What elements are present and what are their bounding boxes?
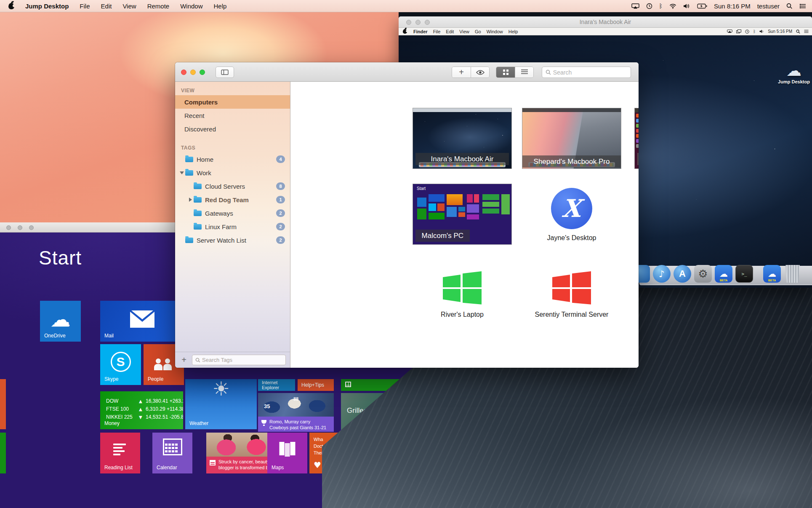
menu-window[interactable]: Window [180, 3, 202, 10]
jump-desktop-app-icon[interactable]: ☁ Jump Desktop [777, 62, 811, 84]
sidebar-tag-server-watch-list[interactable]: Server Watch List 2 [175, 233, 290, 247]
menu-finder[interactable]: Finder [413, 29, 428, 34]
menubar-user[interactable]: testuser [757, 3, 780, 10]
jump-desktop-beta-icon[interactable]: ☁BETA [715, 265, 732, 283]
sidebar-item-recent[interactable]: Recent [175, 109, 290, 122]
add-computer-button[interactable]: + [452, 67, 471, 78]
computer-rivers-laptop[interactable]: River's Laptop [413, 260, 512, 324]
chevron-down-icon[interactable] [178, 171, 185, 174]
wifi-icon[interactable] [669, 3, 676, 9]
computer-inaras-macbook-air[interactable]: Inara's Macbook Air [413, 108, 512, 171]
computer-kaylees-ubuntu-ssh[interactable]: ubuntu Kaylee's Ubuntu (SSH) [634, 108, 639, 171]
tile-mail[interactable]: Mail [100, 301, 184, 342]
menu-help[interactable]: Help [214, 3, 227, 10]
apple-icon[interactable] [8, 3, 14, 9]
sidebar-tag-cloud-servers[interactable]: Cloud Servers 8 [175, 179, 290, 193]
remote-clock[interactable]: Sun 5:16 PM [768, 29, 792, 34]
displays-icon[interactable] [736, 29, 741, 33]
chevron-right-icon[interactable] [187, 198, 194, 202]
notification-center-icon[interactable] [804, 29, 809, 33]
search-icon[interactable] [796, 29, 800, 34]
bluetooth-icon[interactable]: ᛒ [659, 3, 663, 9]
tile-internet-explorer[interactable]: Internet Explorer [258, 379, 295, 391]
battery-icon[interactable] [697, 3, 707, 9]
terminal-icon[interactable]: >_ [735, 265, 753, 283]
bluetooth-icon[interactable]: ᛒ [753, 29, 756, 34]
computer-malcoms-pc[interactable]: Start [413, 184, 512, 247]
tile-money[interactable]: DOW▲16,380.41 +263.17 FTSE 100▲6,310.29 … [100, 391, 183, 429]
jump-desktop-window: + VIEW Computers Recent Discovered TAGS [175, 62, 639, 368]
search-tags-input[interactable] [202, 357, 282, 363]
menu-window[interactable]: Window [487, 29, 503, 34]
tile-skype[interactable]: S Skype [100, 344, 141, 385]
sidebar: VIEW Computers Recent Discovered TAGS Ho… [175, 82, 290, 368]
app-store-icon[interactable]: A [674, 265, 691, 283]
app-menu-jump-desktop[interactable]: Jump Desktop [25, 3, 69, 10]
volume-icon[interactable] [683, 3, 690, 9]
add-tag-button[interactable]: + [179, 355, 189, 365]
start-screen-title: Start [39, 246, 82, 269]
menu-edit[interactable]: Edit [446, 29, 454, 34]
menu-view[interactable]: View [122, 3, 136, 10]
sidebar-tag-work[interactable]: Work [175, 166, 290, 179]
map-icon [279, 442, 296, 455]
time-machine-icon[interactable] [646, 3, 652, 9]
minimize-button[interactable] [18, 225, 22, 230]
host-menubar: Jump Desktop File Edit View Remote Windo… [0, 0, 812, 12]
sidebar-tag-gateways[interactable]: Gateways 2 [175, 206, 290, 220]
clock-icon[interactable] [745, 29, 749, 34]
tile-help-tips[interactable]: Help+Tips [298, 379, 334, 391]
menu-go[interactable]: Go [475, 29, 481, 34]
computer-jaynes-desktop[interactable]: X Jayne's Desktop [522, 184, 621, 247]
sidebar-icon [221, 70, 229, 75]
mini-menubar [413, 108, 511, 112]
tile-sports[interactable]: 35 88 Romo, Murray carry Cowboys past Gi… [258, 393, 334, 432]
view-section-header: VIEW [175, 82, 290, 95]
sidebar-item-computers[interactable]: Computers [175, 95, 290, 109]
remote-window-title: Inara's Macbook Air [399, 19, 812, 25]
computer-shepards-macbook-pro[interactable]: Shepard's Macbook Pro [522, 108, 621, 171]
sidebar-tag-red-dog-team[interactable]: Red Dog Team 1 [175, 193, 290, 206]
close-button[interactable] [6, 225, 11, 230]
x11-icon: X [551, 188, 592, 229]
system-preferences-icon[interactable]: ⚙ [694, 265, 712, 283]
volume-icon[interactable] [759, 29, 764, 33]
airplay-icon[interactable] [727, 29, 732, 33]
zoom-button[interactable] [29, 225, 34, 230]
spotlight-icon[interactable] [786, 3, 793, 9]
list-view-button[interactable] [515, 67, 533, 78]
menu-view[interactable]: View [459, 29, 469, 34]
airplay-icon[interactable] [631, 3, 639, 9]
folder-icon [185, 238, 193, 243]
search-input[interactable] [553, 69, 627, 76]
notification-center-icon[interactable] [799, 3, 806, 9]
computer-thumbnail: Shepard's Macbook Pro [522, 108, 621, 169]
zoom-button[interactable] [200, 70, 205, 75]
minimize-button[interactable] [190, 70, 196, 75]
menubar-clock[interactable]: Sun 8:16 PM [714, 3, 751, 10]
menu-file[interactable]: File [433, 29, 441, 34]
computer-serentiy-terminal-server[interactable]: Serentiy Terminal Server [522, 260, 621, 324]
menu-remote[interactable]: Remote [147, 3, 170, 10]
tile-calendar[interactable]: Calendar [152, 433, 192, 473]
quick-look-button[interactable] [471, 67, 489, 78]
sidebar-item-discovered[interactable]: Discovered [175, 122, 290, 136]
tile-onedrive[interactable]: ☁ OneDrive [40, 301, 81, 342]
sidebar-tag-home[interactable]: Home 4 [175, 152, 290, 166]
tile-maps[interactable]: Maps [267, 433, 307, 473]
computer-kaylees-pc[interactable]: Kaylee's PC [634, 184, 639, 247]
sidebar-tag-linux-farm[interactable]: Linux Farm 2 [175, 220, 290, 233]
grid-view-button[interactable] [496, 67, 515, 78]
tile-reading-list[interactable]: Reading List [100, 433, 140, 473]
sidebar-toggle-button[interactable] [216, 67, 234, 78]
menu-file[interactable]: File [80, 3, 90, 10]
tile-weather[interactable]: ☀ Weather [185, 379, 257, 429]
trash-icon[interactable] [784, 265, 801, 283]
jump-desktop-installer-icon[interactable]: ☁BETA [763, 265, 781, 283]
menu-help[interactable]: Help [508, 29, 518, 34]
close-button[interactable] [181, 70, 186, 75]
apple-icon[interactable] [403, 29, 407, 34]
itunes-icon[interactable]: ♪ [653, 265, 671, 283]
count-badge: 2 [276, 223, 285, 230]
menu-edit[interactable]: Edit [101, 3, 112, 10]
